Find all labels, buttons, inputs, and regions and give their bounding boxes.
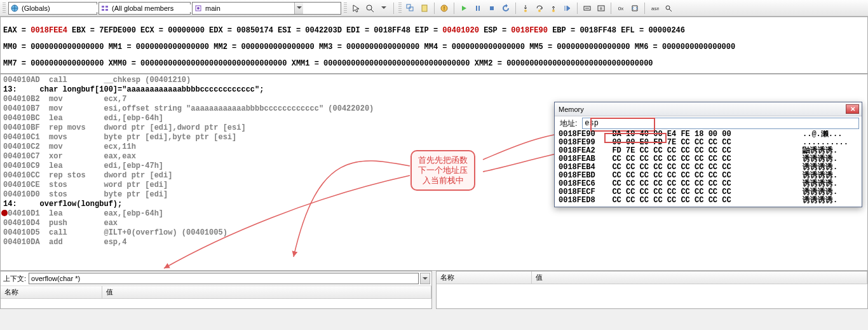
members-icon [100, 4, 109, 13]
reg-line: EAX = 0018FEE4 EBX = 7EFDE000 ECX = 0000… [3, 27, 865, 35]
disasm-line[interactable]: 004010AD call __chkesp (00401210) [3, 76, 865, 85]
step-out-icon[interactable] [547, 2, 560, 15]
annotation: 首先先把函数 下一个地址压 入当前栈中 [410, 150, 475, 191]
disasm-line[interactable]: 004010D1 lea eax,[ebp-64h] [3, 209, 865, 219]
find-icon[interactable] [662, 2, 675, 15]
locals-panel: 上下文: 名称 值 [0, 271, 432, 309]
disasm-line[interactable]: 004010D4 push eax [3, 219, 865, 228]
svg-point-19 [552, 10, 555, 12]
scope-input[interactable] [20, 4, 111, 12]
locals-body[interactable] [1, 299, 431, 308]
hscrollbar[interactable] [1, 259, 867, 270]
svg-text:!: ! [444, 5, 445, 11]
grip[interactable] [398, 3, 402, 14]
step-into-icon[interactable] [519, 2, 532, 15]
svg-rect-10 [409, 7, 413, 11]
hex-icon[interactable]: 0x [614, 2, 627, 15]
disasm-line[interactable]: 004010DA add esp,4 [3, 238, 865, 247]
zoom-icon[interactable] [363, 2, 376, 15]
reg-line: MM7 = 0000000000000000 XMM0 = 0000000000… [3, 60, 865, 68]
svg-rect-3 [105, 6, 108, 8]
svg-text:0x: 0x [618, 6, 623, 11]
grip[interactable] [3, 3, 6, 14]
col-value[interactable]: 值 [532, 272, 867, 284]
context-label: 上下文: [2, 274, 27, 284]
svg-rect-9 [407, 4, 410, 8]
run-to-icon[interactable] [561, 2, 574, 15]
svg-rect-4 [105, 9, 108, 11]
svg-rect-1 [102, 6, 104, 8]
svg-rect-11 [422, 5, 427, 11]
chevron-down-icon[interactable] [420, 273, 430, 284]
output-icon[interactable]: ≡ [595, 2, 607, 15]
windows-icon[interactable] [404, 2, 417, 15]
grip[interactable] [344, 3, 347, 14]
registers-panel: EAX = 0018FEE4 EBX = 7EFDE000 ECX = 0000… [0, 17, 868, 74]
memory-row[interactable]: 0018FED8 CC CC CC CC CC CC CC CC CC诱诱诱诱. [559, 196, 860, 205]
column-headers[interactable]: 名称 值 [1, 286, 431, 299]
svg-rect-16 [490, 6, 494, 10]
address-input[interactable] [582, 118, 859, 129]
col-name[interactable]: 名称 [1, 286, 102, 298]
svg-point-6 [197, 7, 200, 10]
scope-combo[interactable] [8, 2, 97, 15]
book-icon[interactable] [418, 2, 431, 15]
watch-icon[interactable] [581, 2, 593, 15]
restart-icon[interactable] [499, 2, 512, 15]
svg-text:asm: asm [651, 6, 659, 11]
svg-rect-2 [102, 9, 104, 11]
svg-point-18 [538, 10, 541, 12]
bottom-panels: 上下文: 名称 值 名称 值 [0, 271, 868, 309]
toolbar: ! ≡ 0x asm [0, 0, 868, 17]
svg-text:≡: ≡ [600, 6, 603, 11]
stop-icon[interactable] [485, 2, 498, 15]
svg-point-7 [367, 5, 372, 10]
go-icon[interactable] [458, 2, 470, 15]
close-button[interactable]: ✕ [846, 104, 859, 114]
memory-title: Memory [557, 106, 846, 113]
svg-rect-14 [476, 6, 477, 11]
svg-point-17 [524, 10, 527, 12]
reg-line: MM0 = 0000000000000000 MM1 = 00000000000… [3, 43, 865, 52]
asm-icon[interactable]: asm [648, 2, 661, 15]
memory-hexdump[interactable]: 0018FE90 DA 10 40 00 E4 FE 18 00 00..@.濑… [555, 130, 862, 207]
svg-line-27 [669, 9, 672, 11]
memory-titlebar[interactable]: Memory ✕ [555, 102, 862, 116]
info-icon[interactable]: ! [438, 2, 451, 15]
members-combo[interactable] [98, 2, 191, 15]
globe-icon [10, 4, 19, 13]
column-headers[interactable]: 名称 值 [437, 272, 867, 284]
watch-panel: 名称 值 [436, 271, 868, 309]
context-input[interactable] [29, 273, 419, 284]
col-name[interactable]: 名称 [437, 272, 532, 284]
members-input[interactable] [111, 4, 201, 12]
pause-icon[interactable] [471, 2, 484, 15]
drop-icon[interactable] [377, 2, 390, 15]
func-input[interactable] [204, 4, 294, 12]
pointer-icon[interactable] [349, 2, 362, 15]
source-icon[interactable] [628, 2, 641, 15]
svg-rect-15 [478, 6, 480, 11]
svg-line-8 [371, 10, 374, 12]
step-over-icon[interactable] [533, 2, 546, 15]
chevron-down-icon[interactable] [294, 3, 303, 14]
watch-body[interactable] [437, 284, 867, 308]
breakpoint-icon[interactable] [1, 210, 8, 216]
disasm-line[interactable]: 13: char longbuf[100]="aaaaaaaaaaaabbbbc… [3, 85, 865, 95]
func-combo[interactable] [192, 2, 341, 15]
memory-window: Memory ✕ 地址: 0018FE90 DA 10 40 00 E4 FE … [554, 102, 862, 207]
col-value[interactable]: 值 [102, 286, 431, 298]
disasm-line[interactable]: 004010D5 call @ILT+0(overflow) (00401005… [3, 228, 865, 238]
func-icon [194, 4, 203, 13]
address-label: 地址: [557, 118, 580, 129]
